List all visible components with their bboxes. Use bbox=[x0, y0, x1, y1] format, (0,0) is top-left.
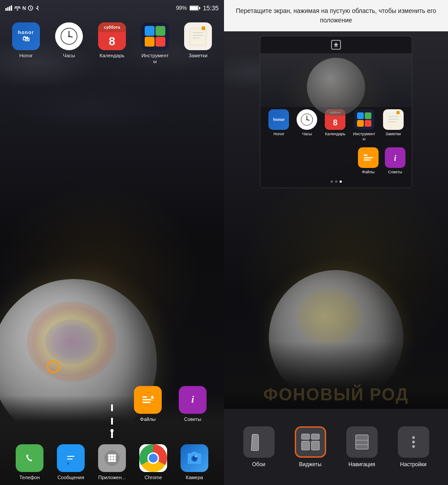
app-notes[interactable]: Заметки bbox=[180, 22, 216, 64]
svg-rect-3 bbox=[11, 5, 12, 11]
svg-point-40 bbox=[113, 457, 116, 459]
phone-preview: honor Honor Часы bbox=[260, 36, 412, 188]
app-calendar-label: Календарь bbox=[99, 53, 125, 59]
svg-rect-66 bbox=[302, 434, 310, 439]
dock-camera-label: Камера bbox=[186, 475, 203, 481]
wallpaper-icon bbox=[243, 426, 275, 458]
svg-point-38 bbox=[108, 457, 111, 459]
svg-rect-67 bbox=[311, 434, 319, 439]
battery-text: 99% bbox=[176, 5, 187, 11]
apps-grid-left: honor 🛍 Honor Часы суббота 8 bbox=[0, 22, 224, 64]
preview-app-clock-label: Часы bbox=[302, 132, 312, 137]
svg-rect-8 bbox=[199, 7, 200, 9]
svg-rect-61 bbox=[364, 155, 367, 156]
app-tips[interactable]: i Советы bbox=[175, 386, 211, 422]
dock-phone[interactable]: Телефон bbox=[12, 444, 47, 481]
svg-rect-7 bbox=[190, 6, 198, 10]
signal-icons: N bbox=[5, 5, 39, 11]
icons-row-bottom: Файлы i Советы bbox=[130, 386, 211, 422]
svg-point-37 bbox=[113, 454, 116, 457]
preview-dots bbox=[260, 178, 412, 185]
svg-rect-53 bbox=[357, 120, 364, 127]
dock-left: Телефон Сообщения bbox=[0, 444, 224, 481]
dock-messages[interactable]: Сообщения bbox=[53, 444, 89, 481]
control-navigation[interactable]: Навигация bbox=[346, 426, 378, 468]
app-tools[interactable]: Инструмент ы bbox=[137, 22, 173, 64]
page-dots-left bbox=[111, 429, 114, 432]
app-calendar[interactable]: суббота 8 Календарь bbox=[94, 22, 130, 64]
preview-files-label: Файлы bbox=[362, 170, 375, 175]
svg-rect-62 bbox=[364, 157, 373, 159]
control-settings-label: Настройки bbox=[400, 461, 426, 468]
svg-point-42 bbox=[111, 459, 113, 462]
svg-rect-54 bbox=[365, 120, 371, 127]
control-widgets-label: Виджеты bbox=[299, 461, 321, 468]
preview-home-icon bbox=[331, 40, 341, 50]
svg-rect-28 bbox=[151, 397, 154, 399]
control-settings[interactable]: Настройки bbox=[398, 426, 429, 468]
app-honor[interactable]: honor 🛍 Honor bbox=[8, 22, 44, 64]
page-dot-1 bbox=[111, 429, 114, 432]
dock-chrome[interactable]: Chrome bbox=[135, 444, 171, 481]
svg-rect-52 bbox=[365, 112, 371, 119]
preview-app-honor-label: Honor bbox=[273, 132, 284, 137]
preview-app-tools-label: Инструмент ы bbox=[353, 132, 375, 142]
svg-point-43 bbox=[113, 459, 116, 462]
settings-icon bbox=[398, 426, 429, 458]
dock-messages-label: Сообщения bbox=[57, 475, 84, 481]
preview-app-clock: Часы bbox=[297, 109, 317, 142]
svg-rect-68 bbox=[302, 441, 310, 450]
status-bar-left: N 99% 15:35 bbox=[0, 0, 224, 16]
svg-point-35 bbox=[108, 454, 111, 457]
preview-icons-bottom: Файлы i Советы bbox=[260, 144, 412, 178]
svg-rect-69 bbox=[311, 441, 319, 450]
preview-app-notes: Заметки bbox=[383, 109, 404, 142]
svg-point-50 bbox=[306, 119, 308, 120]
svg-rect-0 bbox=[5, 8, 7, 11]
svg-rect-63 bbox=[364, 159, 370, 161]
svg-text:i: i bbox=[394, 154, 396, 163]
preview-app-honor: honor Honor bbox=[268, 109, 289, 142]
preview-app-tools: Инструмент ы bbox=[353, 109, 375, 142]
preview-dot-1 bbox=[331, 180, 333, 183]
widgets-icon bbox=[295, 426, 326, 458]
control-wallpaper-label: Обои bbox=[252, 461, 266, 468]
navigation-icon bbox=[346, 426, 378, 458]
svg-rect-23 bbox=[142, 396, 147, 398]
right-panel: ФОНОВЫЙ РОД Перетащите экран, нажимая на… bbox=[224, 0, 448, 485]
app-clock[interactable]: Часы bbox=[51, 22, 87, 64]
svg-point-74 bbox=[412, 441, 415, 443]
control-wallpaper[interactable]: Обои bbox=[243, 426, 275, 468]
svg-point-41 bbox=[108, 459, 111, 462]
svg-point-36 bbox=[111, 454, 113, 457]
svg-rect-14 bbox=[155, 26, 165, 36]
dock-camera[interactable]: Камера bbox=[177, 444, 212, 481]
app-notes-label: Заметки bbox=[189, 53, 207, 59]
svg-rect-18 bbox=[202, 26, 205, 30]
time-text: 15:35 bbox=[203, 4, 219, 12]
svg-rect-15 bbox=[145, 37, 155, 47]
control-widgets[interactable]: Виджеты bbox=[295, 426, 326, 468]
svg-rect-13 bbox=[145, 26, 155, 36]
app-files[interactable]: Файлы bbox=[130, 386, 166, 422]
dock-phone-label: Телефон bbox=[19, 475, 40, 481]
svg-rect-55 bbox=[386, 113, 401, 127]
app-tools-label: Инструмент ы bbox=[142, 53, 169, 64]
watermark: ФОНОВЫЙ РОД bbox=[263, 385, 409, 404]
app-files-label: Файлы bbox=[140, 416, 156, 422]
svg-point-75 bbox=[412, 445, 415, 448]
svg-rect-70 bbox=[356, 435, 368, 449]
tooltip-text: Перетащите экран, нажимая на пустую обла… bbox=[236, 7, 436, 24]
preview-app-files: Файлы bbox=[358, 147, 379, 175]
svg-text:i: i bbox=[191, 394, 194, 405]
app-clock-label: Часы bbox=[63, 53, 75, 59]
app-tips-label: Советы bbox=[184, 416, 201, 422]
svg-rect-2 bbox=[9, 6, 10, 11]
dock-apps-label: Приложен... bbox=[98, 475, 125, 481]
status-right: 99% 15:35 bbox=[176, 4, 219, 12]
control-navigation-label: Навигация bbox=[349, 461, 375, 468]
dock-apps[interactable]: Приложен... bbox=[94, 444, 130, 481]
preview-app-tips: i Советы bbox=[385, 147, 405, 175]
svg-point-12 bbox=[68, 35, 70, 37]
preview-app-notes-label: Заметки bbox=[385, 132, 401, 137]
